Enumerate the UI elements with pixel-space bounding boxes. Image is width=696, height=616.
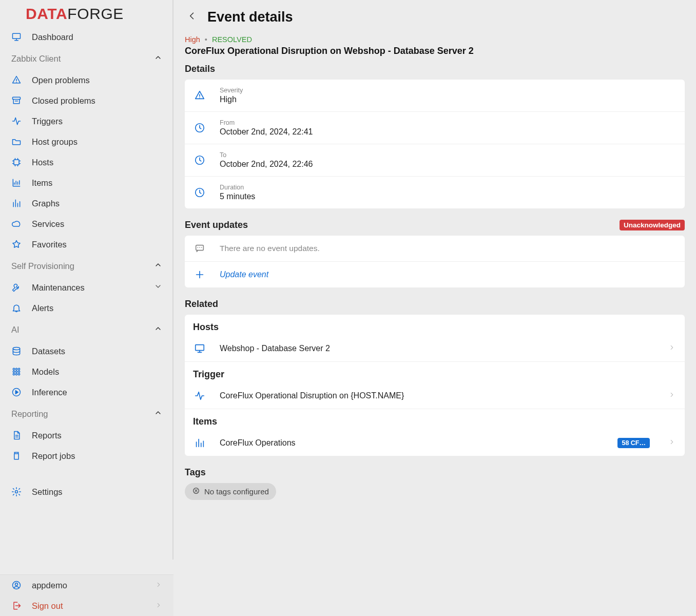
svg-point-4 (13, 368, 14, 370)
chevron-right-icon (668, 391, 675, 400)
sidebar-section-reporting[interactable]: Reporting (0, 402, 173, 425)
sidebar-item-alerts[interactable]: Alerts (0, 298, 173, 318)
sidebar-divider (172, 0, 173, 560)
sidebar-item-label: Graphs (32, 199, 60, 208)
svg-rect-0 (13, 33, 21, 38)
signout-label: Sign out (32, 601, 63, 611)
sidebar-item-user[interactable]: appdemo (0, 575, 173, 595)
sidebar-item-open-problems[interactable]: Open problems (0, 70, 173, 90)
sidebar-item-host-groups[interactable]: Host groups (0, 131, 173, 152)
bell-icon (11, 303, 22, 313)
sidebar-section-zabbix[interactable]: Zabbix Client (0, 47, 173, 70)
section-label: Self Provisioning (11, 261, 74, 271)
sidebar-item-label: Report jobs (32, 451, 75, 461)
event-name: CoreFlux Operational Disruption on Websh… (185, 46, 685, 56)
logout-icon (11, 601, 22, 611)
detail-row-to: To October 2nd, 2024, 22:46 (185, 144, 685, 177)
bar-chart-icon (194, 437, 205, 449)
back-button[interactable] (185, 10, 199, 25)
svg-point-9 (18, 371, 20, 372)
related-trigger-name: CoreFlux Operational Disruption on {HOST… (220, 391, 654, 400)
sidebar-item-label: Models (32, 367, 59, 377)
sidebar-item-report-jobs[interactable]: Report jobs (0, 446, 173, 466)
no-tags-label: No tags configured (204, 487, 269, 496)
tags-heading: Tags (185, 467, 685, 478)
sidebar-item-hosts[interactable]: Hosts (0, 152, 173, 172)
monitor-icon (194, 343, 205, 354)
activity-icon (194, 390, 205, 401)
details-heading: Details (185, 64, 685, 74)
sidebar-section-self-provisioning[interactable]: Self Provisioning (0, 255, 173, 277)
sidebar-section-ai[interactable]: AI (0, 318, 173, 341)
sidebar-item-settings[interactable]: Settings (0, 482, 173, 502)
sidebar-item-signout[interactable]: Sign out (0, 595, 173, 616)
detail-value: High (220, 95, 675, 104)
logo[interactable]: DATAFORGE (0, 0, 173, 27)
folder-icon (11, 137, 22, 147)
sidebar-item-label: Settings (32, 487, 63, 497)
updates-header: Event updates Unacknowledged (185, 220, 685, 230)
svg-point-5 (15, 368, 17, 370)
sidebar-item-maintenances[interactable]: Maintenances (0, 277, 173, 298)
svg-point-3 (13, 348, 20, 350)
sidebar-item-label: Reports (32, 431, 62, 440)
chevron-right-icon (668, 438, 675, 448)
section-label: AI (11, 325, 20, 335)
sidebar-item-label: Alerts (32, 303, 53, 313)
sidebar-item-label: Host groups (32, 137, 78, 147)
sidebar-item-models[interactable]: Models (0, 361, 173, 382)
svg-point-11 (15, 373, 17, 375)
svg-point-8 (15, 371, 17, 372)
chevron-right-icon (155, 601, 162, 611)
sidebar-item-label: Hosts (32, 158, 53, 167)
sidebar-item-closed-problems[interactable]: Closed problems (0, 90, 173, 111)
related-items-heading: Items (185, 409, 685, 430)
alert-triangle-icon (11, 75, 22, 85)
related-card: Hosts Webshop - Database Server 2 Trigge… (185, 315, 685, 456)
sidebar-item-services[interactable]: Services (0, 214, 173, 234)
sidebar-item-inference[interactable]: Inference (0, 382, 173, 402)
details-card: Severity High From October 2nd, 2024, 22… (185, 80, 685, 208)
sidebar-item-dashboard[interactable]: Dashboard (0, 27, 173, 47)
chevron-up-icon (154, 324, 162, 335)
sidebar-item-label: Services (32, 219, 64, 229)
update-event-button[interactable]: Update event (185, 262, 685, 287)
detail-row-from: From October 2nd, 2024, 22:41 (185, 112, 685, 144)
related-host-row[interactable]: Webshop - Database Server 2 (185, 336, 685, 362)
chevron-right-icon (155, 581, 162, 590)
sidebar-item-label: Open problems (32, 75, 90, 85)
sidebar-item-label: Dashboard (32, 32, 73, 42)
related-hosts-heading: Hosts (185, 315, 685, 336)
clock-icon (194, 122, 205, 133)
detail-value: October 2nd, 2024, 22:46 (220, 160, 675, 169)
cloud-icon (11, 219, 22, 229)
svg-rect-21 (196, 345, 204, 351)
sidebar-item-favorites[interactable]: Favorites (0, 234, 173, 255)
severity-label: High (185, 35, 200, 44)
sidebar-item-reports[interactable]: Reports (0, 425, 173, 446)
svg-rect-1 (13, 97, 21, 99)
no-tags-chip: No tags configured (185, 483, 276, 500)
item-value-badge: 58 CF… (617, 438, 650, 448)
related-item-row[interactable]: CoreFlux Operations 58 CF… (185, 430, 685, 456)
wrench-icon (11, 282, 22, 293)
sidebar-item-graphs[interactable]: Graphs (0, 193, 173, 214)
sidebar-item-datasets[interactable]: Datasets (0, 341, 173, 361)
sidebar-item-label: Maintenances (32, 283, 85, 293)
related-trigger-row[interactable]: CoreFlux Operational Disruption on {HOST… (185, 383, 685, 409)
detail-label: To (220, 151, 675, 159)
cpu-icon (11, 157, 22, 167)
sidebar-item-triggers[interactable]: Triggers (0, 111, 173, 131)
sidebar-item-items[interactable]: Items (0, 172, 173, 193)
svg-point-10 (13, 373, 14, 375)
updates-heading: Event updates (185, 220, 248, 230)
alert-triangle-icon (194, 90, 205, 101)
page-header: Event details (185, 9, 685, 25)
status-label: RESOLVED (212, 35, 252, 44)
svg-point-6 (18, 368, 20, 370)
detail-row-severity: Severity High (185, 80, 685, 112)
star-icon (11, 239, 22, 249)
sidebar-item-label: Inference (32, 388, 67, 397)
related-heading: Related (185, 299, 685, 310)
bar-chart-icon (11, 198, 22, 208)
